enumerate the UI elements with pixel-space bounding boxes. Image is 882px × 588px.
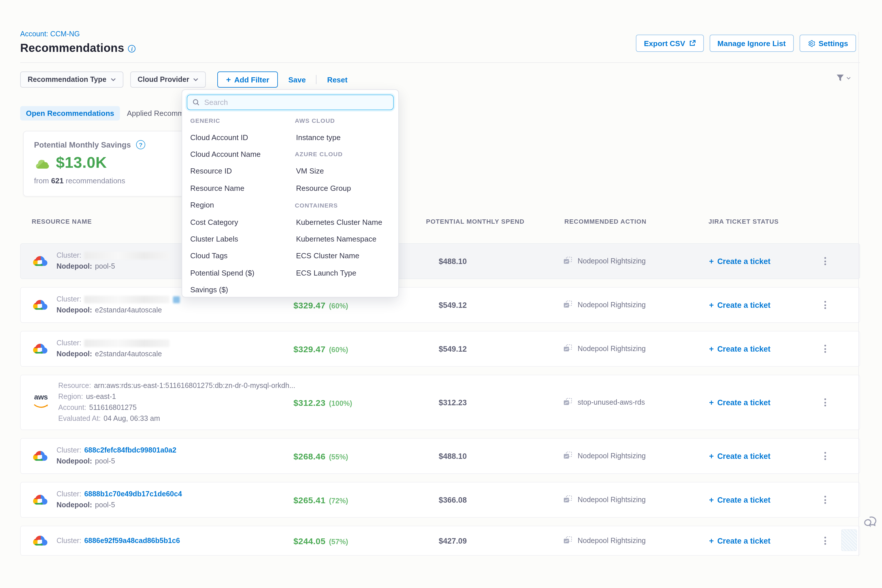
export-csv-button[interactable]: Export CSV [636,34,704,52]
filter-field-option[interactable]: Savings ($) [190,285,228,294]
create-ticket-button[interactable]: +Create a ticket [709,398,813,407]
gcp-icon [32,342,48,356]
potential-monthly-spend-cell: $549.12 [439,345,563,353]
savings-card-label: Potential Monthly Savings [34,140,131,149]
gcp-icon [32,449,48,463]
create-ticket-button[interactable]: +Create a ticket [709,452,813,460]
filter-search-box[interactable] [187,94,394,110]
potential-monthly-spend-cell: $549.12 [439,301,563,309]
resource-cell: Cluster:Nodepool:e2standar4autoscale [21,339,293,358]
plus-icon: + [226,75,231,84]
table-row[interactable]: Cluster:Nodepool:pool-5$488.10Nodepool R… [20,243,860,279]
col-jira-ticket-status: JIRA TICKET STATUS [708,218,779,225]
table-row[interactable]: Cluster:Nodepool:e2standar4autoscale$329… [20,331,860,367]
savings-from-text: from 621 recommendations [34,176,174,185]
help-icon[interactable]: ? [136,140,145,149]
cloud-provider-filter[interactable]: Cloud Provider [130,72,206,88]
gcp-icon [32,255,48,268]
settings-button[interactable]: Settings [800,34,856,52]
row-menu-kebab-icon[interactable] [813,452,837,460]
reset-filter-button[interactable]: Reset [324,75,351,84]
row-menu-kebab-icon[interactable] [813,345,837,353]
gcp-icon [32,534,48,548]
table-row[interactable]: Cluster:6888b1c70e49db17c1de60c4Nodepool… [20,482,860,518]
row-menu-kebab-icon[interactable] [813,398,837,406]
filter-group-header: CONTAINERS [295,201,338,208]
filter-field-option[interactable]: Resource Name [190,184,244,192]
create-ticket-button[interactable]: +Create a ticket [709,495,813,504]
create-ticket-button[interactable]: +Create a ticket [709,536,813,545]
recommendation-type-filter[interactable]: Recommendation Type [20,72,123,88]
filter-field-option[interactable]: Cost Category [190,218,238,226]
filter-field-option[interactable]: Kubernetes Cluster Name [295,218,382,226]
row-menu-kebab-icon[interactable] [813,496,837,504]
filter-search-input[interactable] [204,98,388,106]
row-menu-kebab-icon[interactable] [813,301,837,309]
filter-field-option[interactable]: ECS Launch Type [295,268,356,277]
cluster-link[interactable]: 6888b1c70e49db17c1de60c4 [84,490,182,499]
resource-line-label: Evaluated At: [58,414,100,423]
chat-support-icon[interactable] [864,515,879,531]
resource-line-label: Account: [58,404,86,412]
gcp-icon [32,298,48,312]
tab-open-recommendations[interactable]: Open Recommendations [20,106,120,120]
filter-field-option[interactable]: Cloud Account ID [190,133,248,141]
plus-icon: + [709,537,714,545]
monthly-savings-cell: $329.47(60%) [293,300,439,310]
cluster-link[interactable]: 688c2fefc84fbdc99801a0a2 [84,446,176,455]
account-breadcrumb[interactable]: Account: CCM-NG [20,30,80,38]
filter-field-option[interactable]: Resource ID [190,167,232,176]
savings-percent: (100%) [329,399,352,407]
filter-group-header: AWS CLOUD [295,117,335,124]
manage-ignore-list-button[interactable]: Manage Ignore List [710,34,794,52]
add-filter-dropdown: GENERICCloud Account IDCloud Account Nam… [182,89,399,297]
resource-line-label: Cluster: [57,446,81,455]
resource-line-value: 04 Aug, 06:33 am [104,414,160,423]
filter-group-header: GENERIC [190,117,220,124]
create-ticket-button[interactable]: +Create a ticket [709,345,813,353]
info-icon[interactable]: i [128,45,136,52]
row-menu-kebab-icon[interactable] [813,537,837,545]
aws-icon: aws [32,394,50,411]
filter-field-option[interactable]: ECS Cluster Name [295,252,359,260]
filter-field-option[interactable]: Region [190,201,214,209]
table-row[interactable]: Cluster:6886e92f59a48cad86b5b1c6$244.05(… [20,526,860,556]
recommended-action-label: stop-unused-aws-rds [578,398,645,406]
scrollbar-thumb[interactable] [841,529,857,551]
table-row[interactable]: Cluster:688c2fefc84fbdc99801a0a2Nodepool… [20,438,860,474]
filter-field-option[interactable]: Cloud Account Name [190,150,261,159]
divider [316,75,317,84]
filter-field-option[interactable]: VM Size [295,167,324,176]
filter-field-option[interactable]: Cluster Labels [190,235,238,243]
monthly-savings-cell: $312.23(100%) [293,398,439,407]
potential-monthly-spend-cell: $488.10 [439,257,563,266]
create-ticket-button[interactable]: +Create a ticket [709,301,813,309]
filter-field-option[interactable]: Potential Spend ($) [190,268,255,277]
cluster-link[interactable]: 6886e92f59a48cad86b5b1c6 [84,536,180,545]
filter-panel-toggle[interactable] [836,74,851,82]
filter-field-option[interactable]: Kubernetes Namespace [295,235,376,243]
table-row[interactable]: Cluster:Nodepool:e2standar4autoscale$329… [20,287,860,323]
filter-field-option[interactable]: Instance type [295,133,341,141]
rightsizing-icon [563,451,572,461]
filter-field-option[interactable]: Resource Group [295,184,351,192]
filter-field-option[interactable]: Cloud Tags [190,252,228,260]
savings-cloud-icon [34,156,51,170]
savings-amount: $329.47 [293,344,326,354]
add-filter-button[interactable]: + Add Filter [218,72,278,88]
row-menu-kebab-icon[interactable] [813,257,837,265]
resource-line-label: Nodepool: [57,350,92,358]
table-row[interactable]: awsResource:arn:aws:rds:us-east-1:511616… [20,375,860,430]
savings-percent: (55%) [329,453,348,461]
savings-amount: $268.46 [293,451,326,461]
plus-icon: + [709,345,714,353]
create-ticket-button[interactable]: +Create a ticket [709,257,813,266]
chevron-down-icon [193,78,198,81]
save-filter-button[interactable]: Save [285,75,309,84]
recommended-action-cell: Nodepool Rightsizing [563,256,709,266]
savings-percent: (72%) [329,496,348,505]
potential-savings-card: Potential Monthly Savings ? $13.0K from … [23,131,184,196]
rightsizing-icon [563,344,572,354]
savings-amount: $244.05 [293,536,326,546]
plus-icon: + [709,398,714,406]
